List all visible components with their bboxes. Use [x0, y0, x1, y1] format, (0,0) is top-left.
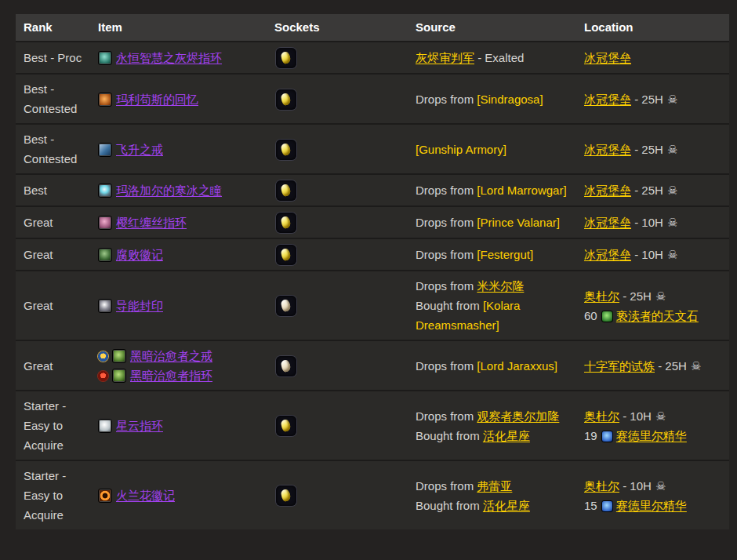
item-line: 黑暗治愈者指环	[98, 365, 263, 385]
rank-label: Great	[24, 216, 53, 229]
item-link[interactable]: 火兰花徽记	[116, 489, 175, 502]
location-cell: 奥杜尔 - 25H ☠60 亵渎者的天文石	[576, 271, 729, 340]
static-text: - Exalted	[474, 51, 524, 64]
socket-gem-icon[interactable]	[276, 296, 296, 316]
source-link[interactable]: 奥杜尔	[584, 289, 619, 303]
source-link[interactable]: 亵渎者的天文石	[616, 309, 699, 322]
rank-cell: Great	[16, 340, 90, 391]
source-link[interactable]: [Festergut]	[477, 248, 533, 261]
item-cell: 腐败徽记	[90, 238, 267, 271]
socket-gem-icon[interactable]	[276, 245, 296, 265]
item-cell: 黑暗治愈者之戒黑暗治愈者指环	[90, 340, 267, 391]
socket-gem-icon[interactable]	[276, 48, 296, 68]
item-icon[interactable]	[112, 369, 126, 383]
socket-gem-icon[interactable]	[276, 213, 296, 233]
source-link[interactable]: [Sindragosa]	[477, 93, 543, 106]
source-cell: Drops from [Sindragosa]	[408, 74, 576, 124]
item-link[interactable]: 腐败徽记	[116, 248, 163, 261]
source-link[interactable]: [Prince Valanar]	[477, 216, 560, 229]
source-link[interactable]: 冰冠堡垒	[584, 216, 631, 229]
text-line: Bought from [Kolara Dreamsmasher]	[416, 296, 573, 335]
table-row: Best - Contested飞升之戒[Gunship Armory]冰冠堡垒…	[16, 124, 729, 174]
text-line: 冰冠堡垒 - 25H ☠	[584, 89, 726, 109]
item-icon[interactable]	[98, 143, 112, 157]
table-row: Best玛洛加尔的寒冰之瞳Drops from [Lord Marrowgar]…	[16, 174, 729, 206]
alliance-faction-icon	[98, 351, 108, 362]
source-link[interactable]: 奥杜尔	[584, 479, 619, 493]
source-cell: Drops from [Lord Marrowgar]	[408, 174, 576, 206]
static-text: Drops from	[416, 279, 477, 293]
heroic-skull-icon: ☠	[655, 409, 666, 423]
static-text: Bought from	[416, 299, 483, 312]
source-link[interactable]: 观察者奥尔加隆	[477, 409, 559, 423]
currency-blue-gem-icon[interactable]	[601, 500, 613, 512]
currency-blue-gem-icon[interactable]	[601, 431, 613, 442]
heroic-skull-icon: ☠	[655, 479, 666, 493]
source-link[interactable]: 活化星座	[483, 429, 530, 442]
item-icon[interactable]	[98, 51, 112, 65]
socket-gem-icon[interactable]	[276, 140, 296, 160]
item-link[interactable]: 玛利苟斯的回忆	[116, 93, 198, 106]
rank-cell: Great	[16, 238, 90, 271]
rank-label: Best	[24, 184, 47, 197]
source-link[interactable]: 冰冠堡垒	[584, 248, 631, 261]
item-link[interactable]: 黑暗治愈者之戒	[130, 349, 212, 362]
source-link[interactable]: 冰冠堡垒	[584, 143, 631, 156]
item-link[interactable]: 永恒智慧之灰烬指环	[116, 51, 222, 64]
source-link[interactable]: 米米尔隆	[477, 279, 524, 293]
sockets-cell	[267, 124, 408, 174]
source-link[interactable]: 冰冠堡垒	[584, 51, 631, 64]
rank-cell: Great	[16, 271, 90, 340]
source-link[interactable]: 冰冠堡垒	[584, 93, 631, 106]
item-icon[interactable]	[98, 184, 112, 198]
rank-cell: Starter - Easy to Acquire	[16, 391, 90, 460]
source-link[interactable]: [Lord Marrowgar]	[477, 184, 566, 197]
heroic-skull-icon: ☠	[667, 248, 677, 261]
source-link[interactable]: 十字军的试炼	[584, 359, 655, 373]
text-line: 奥杜尔 - 25H ☠	[584, 286, 726, 306]
source-cell: Drops from [Lord Jaraxxus]	[408, 340, 576, 391]
currency-green-gem-icon[interactable]	[601, 311, 613, 322]
item-icon[interactable]	[98, 216, 112, 230]
socket-gem-icon[interactable]	[276, 180, 296, 201]
source-link[interactable]: 灰烬审判军	[416, 51, 474, 64]
rank-label: Best - Proc	[24, 51, 82, 64]
source-link[interactable]: 赛德里尔精华	[616, 499, 687, 512]
source-link[interactable]: 冰冠堡垒	[584, 184, 631, 197]
socket-gem-icon[interactable]	[276, 89, 296, 110]
socket-gem-icon[interactable]	[276, 416, 296, 436]
text-line: 冰冠堡垒	[584, 48, 726, 67]
source-link[interactable]: 弗蕾亚	[477, 479, 512, 493]
source-link[interactable]: [Gunship Armory]	[416, 143, 506, 156]
item-icon[interactable]	[112, 349, 126, 363]
item-icon[interactable]	[98, 299, 112, 313]
item-link[interactable]: 黑暗治愈者指环	[130, 369, 212, 382]
item-icon[interactable]	[98, 248, 112, 262]
heroic-skull-icon: ☠	[691, 359, 701, 373]
yellow-gem	[281, 419, 291, 432]
sockets-cell	[267, 271, 408, 340]
static-text: Drops from	[416, 248, 477, 261]
white-gem	[281, 359, 291, 373]
text-line: Drops from [Lord Marrowgar]	[416, 180, 573, 200]
source-link[interactable]: 奥杜尔	[584, 409, 619, 423]
yellow-gem	[281, 184, 291, 197]
item-link[interactable]: 导能封印	[116, 299, 163, 312]
item-icon[interactable]	[98, 489, 112, 503]
static-text: Bought from	[416, 429, 483, 442]
item-icon[interactable]	[98, 93, 112, 107]
socket-gem-icon[interactable]	[276, 356, 296, 376]
item-link[interactable]: 星云指环	[116, 419, 163, 432]
table-row: Great导能封印Drops from 米米尔隆Bought from [Kol…	[16, 271, 729, 340]
item-cell: 飞升之戒	[90, 124, 267, 174]
item-link[interactable]: 飞升之戒	[116, 143, 163, 156]
socket-gem-icon[interactable]	[276, 485, 296, 506]
source-link[interactable]: 活化星座	[483, 499, 530, 512]
table-row: Great黑暗治愈者之戒黑暗治愈者指环Drops from [Lord Jara…	[16, 340, 729, 391]
item-link[interactable]: 玛洛加尔的寒冰之瞳	[116, 184, 222, 197]
item-link[interactable]: 樱红缠丝指环	[116, 216, 187, 229]
rank-label: Starter - Easy to Acquire	[24, 469, 66, 522]
item-icon[interactable]	[98, 419, 112, 433]
source-link[interactable]: [Lord Jaraxxus]	[477, 359, 557, 373]
source-link[interactable]: 赛德里尔精华	[616, 429, 687, 442]
